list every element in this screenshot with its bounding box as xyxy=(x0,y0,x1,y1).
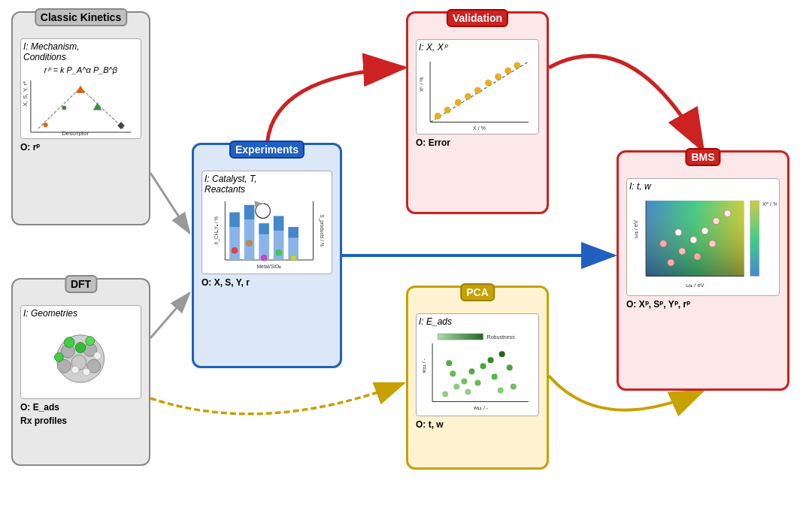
svg-text:Xᵖ / %: Xᵖ / % xyxy=(419,77,424,92)
svg-point-65 xyxy=(495,74,501,80)
svg-rect-47 xyxy=(259,223,269,234)
pca-chart: Robustness w₂₁ / - w₁₁ / - xyxy=(419,330,536,413)
svg-point-26 xyxy=(64,337,74,348)
validation-input: I: X, Xᵖ xyxy=(419,42,536,53)
svg-point-80 xyxy=(450,370,456,376)
svg-point-106 xyxy=(675,229,682,236)
svg-point-63 xyxy=(474,87,480,93)
svg-rect-53 xyxy=(288,227,298,238)
pca-input: I: E_ads xyxy=(419,316,536,327)
dft-output2: Rx profiles xyxy=(20,416,141,426)
svg-point-14 xyxy=(44,122,48,127)
card-experiments: Experiments I: Catalyst, T, Reactants xyxy=(192,143,342,368)
pca-header: PCA xyxy=(460,283,495,301)
card-pca: PCA I: E_ads Robustness xyxy=(406,286,549,470)
svg-point-109 xyxy=(660,240,667,247)
validation-header: Validation xyxy=(447,9,508,27)
dft-header: DFT xyxy=(65,275,97,293)
bms-chart: Xᵖ / % ω₂ / eV ω₁ / eV xyxy=(629,195,777,293)
svg-point-91 xyxy=(498,387,504,393)
svg-line-7 xyxy=(150,293,189,338)
svg-point-84 xyxy=(474,379,480,385)
svg-point-79 xyxy=(461,378,467,384)
svg-text:X / %: X / % xyxy=(473,125,486,131)
svg-point-88 xyxy=(465,388,471,394)
classic-output: O: rᵖ xyxy=(20,142,141,153)
svg-point-16 xyxy=(62,105,66,110)
svg-point-103 xyxy=(690,237,697,243)
svg-point-54 xyxy=(290,255,296,261)
svg-text:w₂₁ / -: w₂₁ / - xyxy=(421,358,426,373)
pca-output: O: t, w xyxy=(416,419,539,430)
experiments-chart: X_CH₄,Y₂ / % S_products / % Metal/SiO₂ xyxy=(205,198,329,271)
card-bms: BMS I: t, w xyxy=(617,150,789,391)
svg-rect-50 xyxy=(274,216,284,231)
card-dft: DFT I: Geometries xyxy=(11,278,150,466)
svg-point-82 xyxy=(480,363,486,369)
svg-text:ω₁ / eV: ω₁ / eV xyxy=(686,282,704,289)
svg-point-105 xyxy=(713,218,720,225)
dft-chart xyxy=(23,322,138,396)
bms-header: BMS xyxy=(685,148,720,166)
svg-rect-43 xyxy=(244,219,255,260)
experiments-input: I: Catalyst, T, Reactants xyxy=(205,174,329,195)
classic-formula: rᵖ = k P_A^α P_B^β xyxy=(23,65,138,75)
svg-rect-44 xyxy=(244,205,255,220)
svg-text:w₁₁ / -: w₁₁ / - xyxy=(473,405,489,410)
svg-point-59 xyxy=(435,113,441,119)
svg-point-28 xyxy=(54,352,63,361)
svg-point-85 xyxy=(499,351,505,357)
svg-point-83 xyxy=(488,357,494,363)
svg-rect-95 xyxy=(750,201,759,277)
experiments-output: O: X, S, Y, r xyxy=(201,277,332,288)
svg-point-86 xyxy=(507,364,513,370)
svg-point-102 xyxy=(679,248,686,255)
svg-point-42 xyxy=(232,247,238,253)
svg-rect-41 xyxy=(229,213,240,228)
svg-point-61 xyxy=(455,99,461,105)
svg-text:Xᵖ / %: Xᵖ / % xyxy=(762,201,777,207)
bms-output: O: Xᵖ, Sᵖ, Yᵖ, rᵖ xyxy=(626,299,780,310)
card-validation: Validation I: X, Xᵖ xyxy=(406,11,549,214)
svg-text:X, S, Y, rᵖ: X, S, Y, rᵖ xyxy=(23,81,29,106)
svg-point-66 xyxy=(505,68,511,74)
svg-point-62 xyxy=(465,93,471,99)
svg-point-31 xyxy=(83,368,90,376)
svg-point-101 xyxy=(668,259,674,266)
svg-text:Metal/SiO₂: Metal/SiO₂ xyxy=(256,264,281,269)
svg-point-27 xyxy=(86,337,95,346)
svg-point-30 xyxy=(71,366,79,373)
svg-point-90 xyxy=(511,383,517,389)
classic-input: I: Mechanism, Conditions xyxy=(23,41,138,62)
dft-input: I: Geometries xyxy=(23,308,138,319)
svg-point-60 xyxy=(444,107,450,113)
svg-point-45 xyxy=(247,240,253,246)
validation-chart: Xᵖ / % X / % xyxy=(419,56,536,131)
svg-point-107 xyxy=(694,253,701,260)
svg-rect-40 xyxy=(229,227,240,260)
svg-rect-71 xyxy=(438,334,483,340)
card-classic: Classic Kinetics I: Mechanism, Condition… xyxy=(11,11,150,225)
svg-point-87 xyxy=(492,373,498,379)
svg-point-48 xyxy=(261,255,267,261)
svg-text:Descriptor: Descriptor xyxy=(62,130,89,136)
svg-point-89 xyxy=(446,360,452,366)
experiments-header: Experiments xyxy=(229,141,304,159)
svg-point-104 xyxy=(701,228,708,234)
validation-output: O: Error xyxy=(416,138,539,148)
svg-point-77 xyxy=(442,391,448,398)
svg-point-51 xyxy=(276,249,282,255)
svg-point-81 xyxy=(468,368,474,374)
classic-chart: X, S, Y, rᵖ Descriptor xyxy=(23,77,138,136)
svg-rect-70 xyxy=(419,330,536,413)
svg-point-110 xyxy=(724,210,731,217)
svg-text:ω₂ / eV: ω₂ / eV xyxy=(632,220,639,238)
svg-point-32 xyxy=(94,352,102,359)
svg-point-29 xyxy=(75,343,86,353)
svg-point-64 xyxy=(486,80,492,86)
svg-point-78 xyxy=(453,383,459,389)
svg-text:S_products / %: S_products / % xyxy=(319,214,325,246)
svg-text:X_CH₄,Y₂ / %: X_CH₄,Y₂ / % xyxy=(214,216,220,245)
svg-text:Robustness: Robustness xyxy=(487,334,516,340)
svg-point-67 xyxy=(514,62,520,68)
